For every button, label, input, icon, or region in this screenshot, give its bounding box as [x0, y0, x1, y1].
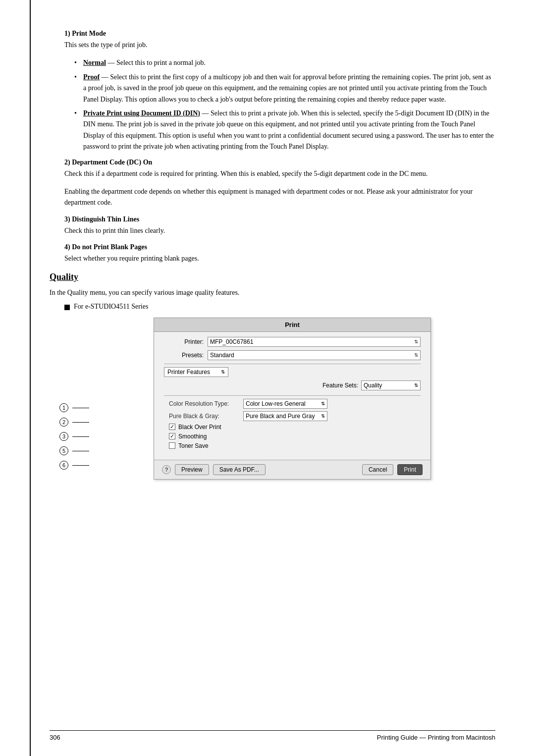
callout-circle-6: 6 [59, 461, 68, 470]
normal-label: Normal [83, 59, 106, 66]
callout-line-3 [72, 436, 89, 437]
pure-black-row: Pure Black & Gray: Pure Black and Pure G… [164, 411, 421, 421]
callout-circle-2: 2 [59, 418, 68, 427]
presets-value: Standard [210, 352, 234, 359]
print-mode-section: 1) Print Mode This sets the type of prin… [64, 30, 495, 153]
dialog-title: Print [154, 318, 430, 332]
page: 1) Print Mode This sets the type of prin… [0, 0, 535, 756]
divider-1 [164, 364, 421, 364]
square-bullet-icon [64, 305, 70, 310]
color-resolution-select[interactable]: Color Low-res General ⇅ [243, 399, 327, 409]
diagram-area: 1 2 3 5 6 [59, 318, 495, 480]
print-mode-intro: This sets the type of print job. [64, 40, 495, 51]
callout-line-1 [72, 408, 89, 408]
footer-page-number: 306 [50, 734, 60, 741]
callout-line-5 [72, 451, 89, 451]
printer-label: Printer: [164, 338, 204, 345]
blank-pages-body: Select whether you require printing blan… [64, 253, 495, 264]
print-button[interactable]: Print [397, 464, 423, 475]
left-border [30, 0, 31, 756]
pure-black-arrow-icon: ⇅ [321, 413, 325, 419]
color-resolution-arrow-icon: ⇅ [321, 401, 325, 406]
print-mode-heading: 1) Print Mode [64, 30, 495, 38]
thin-lines-heading: 3) Distinguish Thin Lines [64, 216, 495, 223]
help-icon[interactable]: ? [162, 465, 171, 474]
feature-sets-value: Quality [364, 382, 382, 389]
callout-circle-3: 3 [59, 432, 68, 441]
black-over-print-row: Black Over Print [164, 424, 421, 431]
thin-lines-body: Check this to print thin lines clearly. [64, 225, 495, 236]
bullet-private: Private Print using Document ID (DIN) — … [74, 108, 495, 153]
toner-save-row: Toner Save [164, 442, 421, 449]
section-arrow-icon: ⇅ [221, 369, 225, 375]
feature-sets-row: Feature Sets: Quality ⇅ [164, 380, 421, 390]
section-selector: Printer Features ⇅ [164, 367, 421, 377]
page-footer: 306 Printing Guide — Printing from Macin… [50, 730, 495, 741]
feature-sets-arrow-icon: ⇅ [414, 382, 418, 388]
pure-black-label: Pure Black & Gray: [169, 413, 243, 420]
toner-save-label: Toner Save [178, 442, 209, 449]
color-resolution-row: Color Resolution Type: Color Low-res Gen… [164, 399, 421, 409]
black-over-print-checkbox[interactable] [169, 424, 175, 430]
pure-black-select[interactable]: Pure Black and Pure Gray ⇅ [243, 411, 327, 421]
callout-2: 2 [59, 416, 89, 429]
for-series-row: For e-STUDIO4511 Series [64, 303, 495, 311]
black-over-print-label: Black Over Print [178, 424, 221, 431]
section-select[interactable]: Printer Features ⇅ [164, 367, 228, 377]
callout-1: 1 [59, 402, 89, 414]
thin-lines-section: 3) Distinguish Thin Lines Check this to … [64, 216, 495, 236]
callout-5: 5 [59, 445, 89, 457]
footer-guide-text: Printing Guide — Printing from Macintosh [377, 734, 495, 741]
pure-black-value: Pure Black and Pure Gray [246, 413, 315, 420]
private-label: Private Print using Document ID (DIN) [83, 109, 200, 117]
normal-text: — Select this to print a normal job. [106, 59, 206, 66]
dialog-content: Printer: MFP_00C67861 ⇅ Presets: Standar… [154, 332, 430, 460]
callout-3: 3 [59, 431, 89, 443]
blank-pages-heading: 4) Do not Print Blank Pages [64, 243, 495, 251]
feature-sets-select[interactable]: Quality ⇅ [361, 380, 421, 390]
bullet-proof: Proof — Select this to print the first c… [74, 72, 495, 105]
presets-row: Presets: Standard ⇅ [164, 350, 421, 360]
preview-button[interactable]: Preview [175, 464, 209, 475]
presets-arrow-icon: ⇅ [414, 352, 418, 358]
feature-sets-label: Feature Sets: [322, 382, 358, 389]
callout-6: 6 [59, 459, 89, 472]
dialog-footer: ? Preview Save As PDF... Cancel Print [154, 460, 430, 479]
for-series-text: For e-STUDIO4511 Series [74, 303, 148, 311]
printer-select[interactable]: MFP_00C67861 ⇅ [208, 337, 421, 347]
printer-row: Printer: MFP_00C67861 ⇅ [164, 337, 421, 347]
callout-line-6 [72, 465, 89, 466]
toner-save-checkbox[interactable] [169, 442, 175, 449]
divider-2 [164, 395, 421, 396]
save-as-pdf-button[interactable]: Save As PDF... [213, 464, 266, 475]
callout-numbers: 1 2 3 5 6 [59, 318, 89, 480]
blank-pages-section: 4) Do not Print Blank Pages Select wheth… [64, 243, 495, 264]
cancel-button[interactable]: Cancel [362, 464, 393, 475]
quality-section: Quality In the Quality menu, you can spe… [50, 272, 495, 479]
callout-circle-5: 5 [59, 446, 68, 455]
color-resolution-value: Color Low-res General [246, 400, 306, 407]
quality-intro: In the Quality menu, you can specify var… [50, 287, 495, 298]
callout-circle-1: 1 [59, 403, 68, 412]
proof-text: — Select this to print the first copy of… [83, 73, 491, 103]
dept-code-para1: Check this if a department code is requi… [64, 168, 495, 179]
color-resolution-label: Color Resolution Type: [169, 400, 243, 407]
presets-select[interactable]: Standard ⇅ [208, 350, 421, 360]
proof-label: Proof [83, 73, 100, 81]
smoothing-row: Smoothing [164, 433, 421, 440]
quality-heading: Quality [50, 272, 495, 282]
dept-code-heading: 2) Department Code (DC) On [64, 159, 495, 166]
bullet-normal: Normal — Select this to print a normal j… [74, 57, 495, 68]
print-dialog: Print Printer: MFP_00C67861 ⇅ Presets: [154, 318, 431, 480]
smoothing-label: Smoothing [178, 433, 207, 440]
print-mode-bullets: Normal — Select this to print a normal j… [74, 57, 495, 152]
presets-label: Presets: [164, 352, 204, 359]
section-value: Printer Features [167, 369, 210, 376]
dept-code-para2: Enabling the department code depends on … [64, 186, 495, 209]
callout-line-2 [72, 422, 89, 423]
smoothing-checkbox[interactable] [169, 433, 175, 439]
printer-value: MFP_00C67861 [210, 338, 253, 345]
dept-code-section: 2) Department Code (DC) On Check this if… [64, 159, 495, 209]
printer-arrow-icon: ⇅ [414, 339, 418, 344]
